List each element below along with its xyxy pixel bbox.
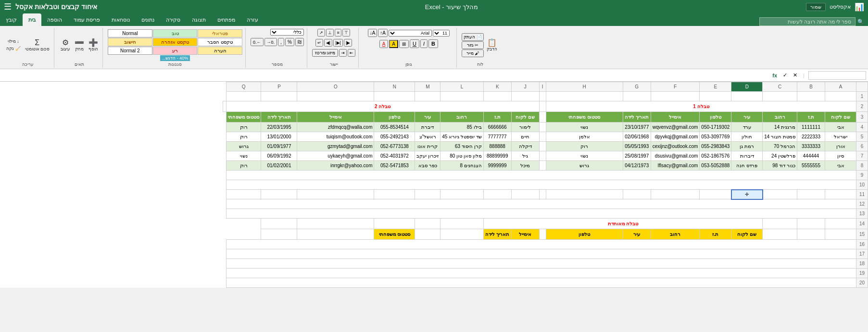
- t1-col-ir[interactable]: עיר: [731, 112, 763, 123]
- cell-G1[interactable]: [623, 92, 651, 101]
- t2-r2-shem[interactable]: חיים: [511, 132, 539, 142]
- t1-r2-rechov[interactable]: סמטת חצור 14: [763, 132, 797, 142]
- t2-r2-tz[interactable]: 7777777: [483, 132, 511, 142]
- tm-col-email[interactable]: אימייל: [511, 229, 539, 240]
- insert-function-icon[interactable]: fx: [770, 73, 779, 78]
- t1-r5-ir[interactable]: פרדס חנה: [731, 161, 763, 171]
- t2-r3-ir[interactable]: קרית אונו: [415, 142, 440, 151]
- t1-r1-ir[interactable]: ערד: [731, 123, 763, 132]
- t2-col-status[interactable]: סטטוס משפחתי: [226, 112, 261, 123]
- t1-r3-tz[interactable]: 3333333: [797, 142, 825, 151]
- tm-col-shem[interactable]: שם לקוח: [731, 229, 763, 240]
- copy-button[interactable]: 📄 העתק: [462, 33, 484, 41]
- t1-r1-shem[interactable]: אבי: [825, 123, 856, 132]
- save-button[interactable]: שמור: [806, 3, 826, 11]
- t1-r4-tz[interactable]: 444444: [797, 151, 825, 161]
- tab-help[interactable]: עזרה: [241, 13, 264, 26]
- t2-r5-status[interactable]: רוק: [226, 161, 261, 171]
- table1-title[interactable]: טבלה 1: [546, 101, 856, 112]
- t1-r3-tel[interactable]: 055-2983843: [700, 142, 731, 151]
- style-natali[interactable]: פטראלי: [198, 29, 242, 37]
- t2-col-rechov[interactable]: רחוב: [440, 112, 483, 123]
- col-header-L[interactable]: L: [440, 82, 483, 92]
- cell-P1[interactable]: [261, 92, 297, 101]
- cell-F1[interactable]: [651, 92, 700, 101]
- style-ra[interactable]: רע: [153, 47, 198, 55]
- t1-r3-ir[interactable]: רמת גן: [731, 142, 763, 151]
- t2-r4-email[interactable]: uykaeyh@gmail.com: [297, 151, 374, 161]
- style-normal[interactable]: Normal: [108, 29, 152, 37]
- cell-L1[interactable]: [440, 92, 483, 101]
- align-center-button[interactable]: |▶|: [333, 39, 343, 47]
- t2-r1-ir[interactable]: דיברת: [415, 123, 440, 132]
- cell-H1[interactable]: [546, 92, 623, 101]
- style-note[interactable]: הערה: [198, 47, 242, 55]
- bold-button[interactable]: B: [428, 39, 438, 48]
- t1-r5-date[interactable]: 04/12/1973: [623, 161, 651, 171]
- t1-r2-tel[interactable]: 053-3097769: [700, 132, 731, 142]
- t2-r5-tz[interactable]: 9999999: [483, 161, 511, 171]
- t1-r1-email[interactable]: wqvenvz@gmail.com: [651, 123, 700, 132]
- t1-r4-date[interactable]: 25/08/1997: [623, 151, 651, 161]
- tm-col-rechov[interactable]: רחוב: [651, 229, 700, 240]
- formula-input[interactable]: [2, 72, 768, 79]
- t1-r4-ir[interactable]: דיברות: [731, 151, 763, 161]
- t1-r2-tz[interactable]: 2222333: [797, 132, 825, 142]
- t1-r1-date[interactable]: 23/10/1977: [623, 123, 651, 132]
- t2-r4-shem[interactable]: גיל: [511, 151, 539, 161]
- style-heshuv[interactable]: חישוב: [108, 38, 152, 46]
- t1-r4-rechov[interactable]: פרלשטין 24: [763, 151, 797, 161]
- underline-button[interactable]: U: [410, 39, 419, 48]
- t2-r1-tz[interactable]: 6666666: [483, 123, 511, 132]
- tm-col-tz[interactable]: ת.ז: [700, 229, 731, 240]
- t1-r4-email[interactable]: dsusivu@gmail.com: [651, 151, 700, 161]
- col-header-A[interactable]: A: [825, 82, 856, 92]
- t1-r5-rechov[interactable]: כנור דוד 98: [763, 161, 797, 171]
- style-tov[interactable]: טוב: [153, 29, 198, 37]
- t1-r5-tel[interactable]: 053-5052888: [700, 161, 731, 171]
- t2-r5-date[interactable]: 01/02/2001: [261, 161, 297, 171]
- t1-r1-status[interactable]: נשוי: [546, 123, 623, 132]
- align-top-button[interactable]: ⊤: [342, 29, 350, 37]
- t2-r3-tz[interactable]: 888888: [483, 142, 511, 151]
- cancel-formula-icon[interactable]: ✕: [791, 72, 799, 78]
- t1-r3-rechov[interactable]: הכרמל 70: [763, 142, 797, 151]
- t1-r1-tel[interactable]: 050-1719302: [700, 123, 731, 132]
- t1-r2-shem[interactable]: ישראל: [825, 132, 856, 142]
- t1-r5-status[interactable]: גרוש: [546, 161, 623, 171]
- tab-layout[interactable]: פריסת עמוד: [68, 13, 106, 26]
- align-left-button[interactable]: |◀: [324, 39, 332, 47]
- cell-B1[interactable]: [797, 92, 825, 101]
- t2-r5-tel[interactable]: 052-5471853: [374, 161, 415, 171]
- style-azh[interactable]: טקסט אזהרה: [153, 38, 198, 46]
- style-normal2[interactable]: Normal 2: [108, 47, 152, 55]
- font-color-button[interactable]: A: [379, 40, 389, 48]
- t1-col-tel[interactable]: טלפון: [700, 112, 731, 123]
- col-header-D[interactable]: D: [731, 82, 763, 92]
- cell-Q1[interactable]: [226, 92, 261, 101]
- t2-r2-tel[interactable]: 055-2492143: [374, 132, 415, 142]
- t1-col-date[interactable]: תאריך לידה: [623, 112, 651, 123]
- t2-col-ir[interactable]: עיר: [415, 112, 440, 123]
- t1-r3-shem[interactable]: אורן: [825, 142, 856, 151]
- t1-r3-email[interactable]: cexijnz@outlook.com: [651, 142, 700, 151]
- dec-decimal-button[interactable]: ←.0: [251, 38, 264, 46]
- t1-r5-tz[interactable]: 5555555: [797, 161, 825, 171]
- cell-C1[interactable]: [763, 92, 797, 101]
- col-header-C[interactable]: C: [763, 82, 797, 92]
- t2-r3-tel[interactable]: 052-6773138: [374, 142, 415, 151]
- t2-r2-email[interactable]: tuiqism@outlook.com: [297, 132, 374, 142]
- t1-col-shem[interactable]: שם לקוח: [825, 112, 856, 123]
- t2-r3-status[interactable]: גרוש: [226, 142, 261, 151]
- align-bottom-button[interactable]: ⊥: [326, 29, 334, 37]
- t2-r2-ir[interactable]: ראשל"צ: [415, 132, 440, 142]
- paste-button[interactable]: 📋 הדבק: [485, 38, 499, 52]
- fill-color-button[interactable]: A: [389, 40, 398, 48]
- t2-r5-shem[interactable]: מיכל: [511, 161, 539, 171]
- table2-title[interactable]: טבלה 2: [226, 101, 539, 112]
- cell-I2[interactable]: [539, 101, 546, 112]
- t2-r3-rechov[interactable]: קרן היסוד 63: [440, 142, 483, 151]
- t1-r4-shem[interactable]: סיון: [825, 151, 856, 161]
- insert-cell-button[interactable]: ➕ הוסף: [87, 38, 100, 52]
- clear-button[interactable]: 🧹 נקה: [5, 45, 22, 52]
